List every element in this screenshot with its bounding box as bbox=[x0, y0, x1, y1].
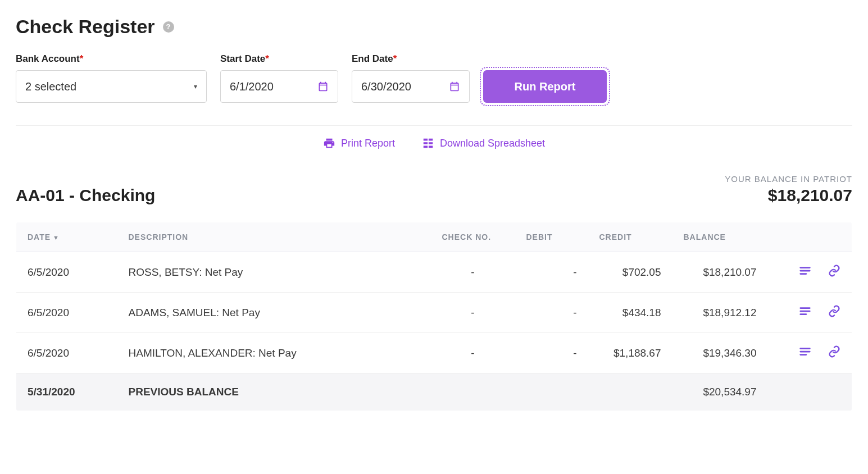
cell-credit: $1,188.67 bbox=[588, 333, 672, 373]
actions-bar: Print Report Download Spreadsheet bbox=[16, 125, 852, 149]
sort-desc-icon: ▼ bbox=[53, 234, 60, 241]
run-report-button[interactable]: Run Report bbox=[483, 70, 607, 103]
register-table: DATE▼ DESCRIPTION CHECK NO. DEBIT CREDIT… bbox=[16, 222, 852, 411]
cell-check-no: - bbox=[431, 252, 515, 293]
required-asterisk: * bbox=[80, 53, 84, 64]
cell-description: ADAMS, SAMUEL: Net Pay bbox=[117, 293, 431, 333]
cell-date: 6/5/2020 bbox=[16, 333, 117, 373]
bank-account-value: 2 selected bbox=[25, 80, 76, 93]
help-icon[interactable]: ? bbox=[163, 21, 174, 33]
cell-description: HAMILTON, ALEXANDER: Net Pay bbox=[117, 333, 431, 373]
cell-credit bbox=[588, 373, 672, 411]
col-header-description[interactable]: DESCRIPTION bbox=[117, 222, 431, 252]
col-header-balance[interactable]: BALANCE bbox=[672, 222, 768, 252]
cell-debit: - bbox=[515, 252, 588, 293]
end-date-field: End Date* 6/30/2020 bbox=[352, 53, 470, 103]
link-icon[interactable] bbox=[828, 305, 840, 317]
cell-check-no: - bbox=[431, 293, 515, 333]
cell-actions bbox=[768, 252, 852, 293]
memo-icon[interactable] bbox=[799, 265, 811, 277]
required-asterisk: * bbox=[265, 53, 269, 64]
cell-debit: - bbox=[515, 333, 588, 373]
col-header-credit[interactable]: CREDIT bbox=[588, 222, 672, 252]
cell-description: ROSS, BETSY: Net Pay bbox=[117, 252, 431, 293]
cell-debit bbox=[515, 373, 588, 411]
memo-icon[interactable] bbox=[799, 305, 811, 317]
start-date-label-text: Start Date bbox=[220, 53, 265, 64]
start-date-input[interactable]: 6/1/2020 bbox=[220, 70, 338, 103]
spreadsheet-icon bbox=[422, 137, 434, 149]
start-date-value: 6/1/2020 bbox=[230, 80, 274, 93]
table-row: 6/5/2020 ADAMS, SAMUEL: Net Pay - - $434… bbox=[16, 293, 852, 333]
table-row: 6/5/2020 HAMILTON, ALEXANDER: Net Pay - … bbox=[16, 333, 852, 373]
print-icon bbox=[323, 137, 335, 149]
end-date-label: End Date* bbox=[352, 53, 470, 65]
page-title: Check Register bbox=[16, 16, 155, 38]
link-icon[interactable] bbox=[828, 265, 840, 277]
print-report-link[interactable]: Print Report bbox=[323, 137, 395, 149]
bank-account-label-text: Bank Account bbox=[16, 53, 80, 64]
previous-balance-row: 5/31/2020 PREVIOUS BALANCE $20,534.97 bbox=[16, 373, 852, 411]
cell-description: PREVIOUS BALANCE bbox=[117, 373, 431, 411]
col-header-date-text: DATE bbox=[28, 233, 51, 241]
cell-balance: $18,912.12 bbox=[672, 293, 768, 333]
cell-debit: - bbox=[515, 293, 588, 333]
balance-label: YOUR BALANCE IN PATRIOT bbox=[725, 174, 852, 184]
balance-value: $18,210.07 bbox=[725, 186, 852, 205]
account-heading-row: AA-01 - Checking YOUR BALANCE IN PATRIOT… bbox=[16, 174, 852, 205]
end-date-label-text: End Date bbox=[352, 53, 393, 64]
required-asterisk: * bbox=[393, 53, 397, 64]
download-spreadsheet-label: Download Spreadsheet bbox=[440, 138, 545, 149]
bank-account-field: Bank Account* 2 selected ▾ bbox=[16, 53, 207, 103]
filters-row: Bank Account* 2 selected ▾ Start Date* 6… bbox=[16, 53, 852, 103]
cell-check-no bbox=[431, 373, 515, 411]
calendar-icon[interactable] bbox=[317, 81, 329, 92]
memo-icon[interactable] bbox=[799, 345, 811, 358]
cell-date: 5/31/2020 bbox=[16, 373, 117, 411]
print-report-label: Print Report bbox=[341, 138, 395, 149]
account-title: AA-01 - Checking bbox=[16, 186, 155, 205]
balance-box: YOUR BALANCE IN PATRIOT $18,210.07 bbox=[725, 174, 852, 205]
col-header-check-no[interactable]: CHECK NO. bbox=[431, 222, 515, 252]
col-header-debit[interactable]: DEBIT bbox=[515, 222, 588, 252]
start-date-label: Start Date* bbox=[220, 53, 338, 65]
cell-date: 6/5/2020 bbox=[16, 293, 117, 333]
cell-actions bbox=[768, 333, 852, 373]
cell-credit: $702.05 bbox=[588, 252, 672, 293]
cell-credit: $434.18 bbox=[588, 293, 672, 333]
download-spreadsheet-link[interactable]: Download Spreadsheet bbox=[422, 137, 545, 149]
cell-date: 6/5/2020 bbox=[16, 252, 117, 293]
cell-balance: $18,210.07 bbox=[672, 252, 768, 293]
end-date-value: 6/30/2020 bbox=[361, 80, 411, 93]
bank-account-label: Bank Account* bbox=[16, 53, 207, 65]
cell-balance: $20,534.97 bbox=[672, 373, 768, 411]
chevron-down-icon: ▾ bbox=[194, 83, 197, 90]
col-header-actions bbox=[768, 222, 852, 252]
table-row: 6/5/2020 ROSS, BETSY: Net Pay - - $702.0… bbox=[16, 252, 852, 293]
cell-actions bbox=[768, 293, 852, 333]
cell-check-no: - bbox=[431, 333, 515, 373]
calendar-icon[interactable] bbox=[449, 81, 460, 92]
end-date-input[interactable]: 6/30/2020 bbox=[352, 70, 470, 103]
cell-actions bbox=[768, 373, 852, 411]
col-header-date[interactable]: DATE▼ bbox=[16, 222, 117, 252]
link-icon[interactable] bbox=[828, 345, 840, 358]
start-date-field: Start Date* 6/1/2020 bbox=[220, 53, 338, 103]
cell-balance: $19,346.30 bbox=[672, 333, 768, 373]
bank-account-select[interactable]: 2 selected ▾ bbox=[16, 70, 207, 103]
